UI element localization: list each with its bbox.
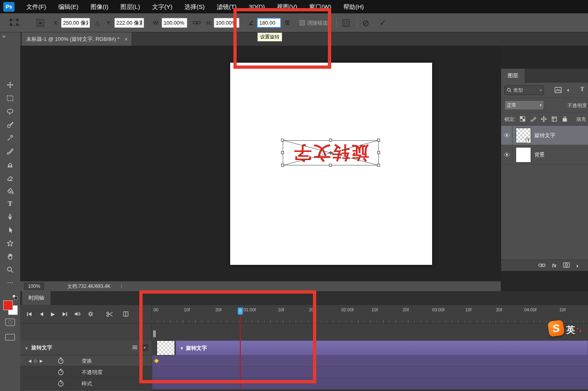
blend-mode-combo[interactable]: 正常 ▾: [504, 100, 544, 110]
clone-stamp-tool[interactable]: [6, 160, 14, 168]
pen-tool[interactable]: [6, 213, 14, 221]
filter-type-layers-icon[interactable]: T: [580, 86, 584, 93]
transform-handle[interactable]: [377, 139, 380, 142]
filter-pixel-layers-icon[interactable]: [554, 87, 562, 95]
marquee-tool[interactable]: [6, 94, 14, 102]
track-menu-icon[interactable]: [132, 345, 138, 351]
menu-view[interactable]: 视图(V): [271, 0, 303, 13]
new-adjustment-layer-icon[interactable]: ◐: [576, 262, 580, 269]
tab-layers[interactable]: 图层: [501, 69, 525, 82]
transform-handle[interactable]: [377, 151, 380, 154]
ime-mode-label[interactable]: 英: [566, 324, 575, 336]
foreground-color-swatch[interactable]: [3, 300, 13, 310]
lock-transparency-icon[interactable]: [520, 116, 526, 124]
track-options-dropdown[interactable]: ▾: [141, 345, 148, 351]
keyframe-diamond[interactable]: [154, 358, 159, 364]
menu-image[interactable]: 图像(I): [84, 0, 114, 13]
transform-bounding-box[interactable]: 旋转文字: [283, 140, 379, 165]
transform-handle[interactable]: [329, 164, 332, 167]
lasso-tool[interactable]: [6, 108, 14, 116]
timeline-settings-icon[interactable]: [88, 311, 94, 317]
interpolation-icon[interactable]: [342, 19, 350, 29]
relative-positioning-icon[interactable]: △: [95, 13, 100, 32]
screen-mode-icon[interactable]: [5, 334, 15, 340]
tab-timeline[interactable]: 时间轴: [22, 291, 50, 305]
lock-all-icon[interactable]: [562, 116, 568, 124]
lock-position-icon[interactable]: [541, 116, 547, 124]
previous-keyframe-icon[interactable]: ◀: [28, 359, 32, 363]
menu-layer[interactable]: 图层(L): [114, 0, 146, 13]
video-track-bar[interactable]: ∨ 旋转文字: [176, 340, 588, 355]
timeline-zoom-slider[interactable]: [153, 330, 156, 338]
split-at-playhead-icon[interactable]: [106, 311, 113, 317]
type-tool[interactable]: T: [6, 200, 14, 208]
layer-filter-combo[interactable]: 类型 ▾: [504, 85, 544, 95]
layer-visibility-icon[interactable]: [501, 126, 512, 145]
transform-handle[interactable]: [281, 139, 284, 142]
reference-point-locator[interactable]: [36, 18, 45, 28]
opacity-track[interactable]: [152, 367, 588, 378]
transform-handle[interactable]: [281, 164, 284, 167]
width-input[interactable]: [162, 18, 187, 28]
add-layer-mask-icon[interactable]: [563, 262, 570, 269]
custom-shape-tool[interactable]: [6, 239, 14, 247]
filter-adjustment-layers-icon[interactable]: ◐: [567, 87, 570, 93]
clip-mode-icon[interactable]: [123, 311, 128, 317]
ime-indicator[interactable]: S 英 ·,: [548, 321, 581, 336]
mute-audio-button[interactable]: [74, 311, 81, 317]
property-row-opacity[interactable]: 不透明度: [20, 367, 151, 378]
more-tools-icon[interactable]: ⋯: [6, 279, 14, 287]
close-tab-icon[interactable]: ×: [124, 36, 128, 42]
menu-edit[interactable]: 编辑(E): [52, 0, 84, 13]
stopwatch-icon[interactable]: [57, 357, 64, 366]
cancel-transform-button[interactable]: ⊘: [362, 13, 370, 32]
stopwatch-icon[interactable]: [57, 368, 64, 377]
x-position-input[interactable]: [61, 18, 90, 28]
height-input[interactable]: [214, 18, 239, 28]
brush-tool[interactable]: [6, 147, 14, 155]
document-tab[interactable]: 未标题-1 @ 100% (旋转文字, RGB/8#) * ×: [22, 32, 132, 46]
hand-tool[interactable]: [6, 252, 14, 260]
property-row-transform[interactable]: ◀ ◇ ▶ 变换: [20, 355, 151, 366]
menu-filter[interactable]: 滤镜(T): [211, 0, 243, 13]
play-button[interactable]: ▶: [51, 311, 55, 317]
layer-name[interactable]: 旋转文字: [534, 132, 555, 139]
commit-transform-button[interactable]: ✓: [380, 13, 386, 32]
transform-tool-icon[interactable]: [10, 19, 20, 29]
menu-3d[interactable]: 3D(D): [243, 0, 271, 13]
clip-thumbnail[interactable]: [157, 340, 175, 355]
eyedropper-tool[interactable]: [6, 134, 14, 142]
track-expand-icon[interactable]: ∨: [25, 346, 28, 350]
quick-selection-tool[interactable]: [6, 121, 14, 129]
ime-punctuation-icon[interactable]: ·,: [576, 324, 581, 333]
playhead-marker[interactable]: [237, 307, 243, 315]
quick-mask-icon[interactable]: [5, 319, 15, 326]
layer-thumbnail[interactable]: T: [516, 128, 531, 143]
antialias-checkbox[interactable]: [300, 20, 305, 25]
menu-type[interactable]: 文字(Y): [146, 0, 178, 13]
move-tool[interactable]: [6, 81, 14, 89]
status-chevron-icon[interactable]: 〉: [120, 283, 125, 290]
add-keyframe-icon[interactable]: ◇: [34, 358, 37, 364]
path-selection-tool[interactable]: [6, 226, 14, 234]
next-frame-button[interactable]: [62, 312, 67, 317]
track-header-row[interactable]: ∨ 旋转文字 ▾: [20, 340, 151, 355]
layer-row-background[interactable]: 背景: [501, 145, 588, 165]
lock-paint-icon[interactable]: [530, 116, 536, 124]
link-dimensions-icon[interactable]: [193, 20, 201, 27]
link-layers-icon[interactable]: [538, 262, 546, 269]
paint-bucket-tool[interactable]: [6, 187, 14, 195]
zoom-level-field[interactable]: 100%: [24, 283, 44, 290]
layer-visibility-icon[interactable]: [501, 145, 512, 164]
menu-file[interactable]: 文件(F): [20, 0, 52, 13]
collapse-panel-icon[interactable]: »: [2, 33, 5, 39]
track-expand-icon[interactable]: ∨: [180, 346, 183, 350]
default-colors-icon[interactable]: [12, 294, 17, 299]
style-track[interactable]: [152, 378, 588, 389]
lock-artboard-icon[interactable]: [551, 116, 557, 124]
layer-styles-icon[interactable]: fx: [552, 263, 556, 268]
transform-handle[interactable]: [329, 139, 332, 142]
first-frame-button[interactable]: [27, 312, 32, 317]
layer-thumbnail[interactable]: [516, 147, 531, 163]
transform-handle[interactable]: [377, 164, 380, 167]
